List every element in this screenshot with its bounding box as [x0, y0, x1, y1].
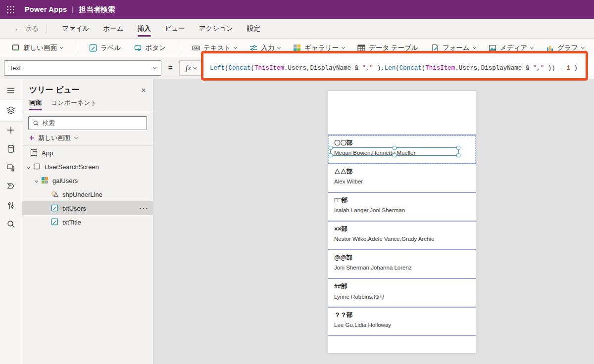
- ribbon-form-menu[interactable]: フォーム: [431, 44, 476, 52]
- members-label: Joni Sherman,Johanna Lorenz: [334, 265, 470, 271]
- formula-token: ThisItem: [425, 65, 455, 72]
- formula-input[interactable]: Left(Concat(ThisItem.Users,DisplayName &…: [203, 57, 594, 79]
- ribbon-label: 新しい画面: [23, 44, 57, 52]
- power-automate-icon[interactable]: [0, 177, 22, 196]
- app-screen-preview[interactable]: 〇〇部 Megan Bowen,Henrietta Mueller △△部 Al…: [328, 91, 476, 353]
- menu-item-home[interactable]: ホーム: [103, 19, 124, 39]
- back-button[interactable]: ← 戻る: [14, 24, 39, 33]
- members-label: Alex Wilber: [334, 179, 470, 184]
- resize-handle[interactable]: [329, 153, 333, 158]
- tab-screens[interactable]: 画面: [29, 98, 42, 110]
- resize-handle[interactable]: [456, 146, 461, 150]
- ribbon-media-menu[interactable]: メディア: [489, 44, 533, 52]
- ribbon-button-control[interactable]: ボタン: [134, 44, 166, 52]
- resize-handle[interactable]: [329, 146, 333, 150]
- tree-item-usersearchscreen[interactable]: UserSearchScreen: [22, 160, 153, 174]
- members-label: Nestor Wilke,Adele Vance,Grady Archie: [334, 236, 470, 242]
- data-table-icon: [357, 44, 365, 52]
- advanced-tools-icon[interactable]: [0, 196, 22, 215]
- gallery-item[interactable]: □□部 Isaiah Langer,Joni Sherman: [328, 192, 476, 221]
- chevron-down-icon: [60, 46, 63, 49]
- data-sources-icon[interactable]: [0, 139, 22, 158]
- resize-handle[interactable]: [456, 153, 461, 158]
- fx-button[interactable]: fx: [179, 60, 202, 76]
- search-icon[interactable]: [0, 215, 22, 233]
- dept-title-label: ##部: [334, 282, 470, 291]
- gallery-item[interactable]: ××部 Nestor Wilke,Adele Vance,Grady Archi…: [328, 221, 476, 249]
- waffle-icon[interactable]: [1, 0, 20, 19]
- txtusers-selection-box[interactable]: [330, 147, 459, 156]
- gallery-item[interactable]: ##部 Lynne Robbins,ゆり: [328, 278, 476, 307]
- close-icon[interactable]: ×: [141, 86, 146, 94]
- menu-divider: [47, 24, 47, 34]
- tree-item-label: txtUsers: [62, 205, 86, 212]
- gallery-item[interactable]: △△部 Alex Wilber: [328, 163, 476, 192]
- tree-item-label: shpUnderLine: [62, 191, 102, 198]
- chevron-down-icon: [153, 65, 156, 69]
- ribbon-label: グラフ: [557, 44, 578, 52]
- menu-item-insert[interactable]: 挿入: [138, 19, 151, 39]
- app-icon: [30, 149, 38, 157]
- gallery-item[interactable]: ？？部 Lee Gu,Lidia Holloway: [328, 307, 476, 335]
- chevron-expanded-icon[interactable]: [35, 179, 38, 182]
- formula-token: ",": [362, 65, 374, 72]
- formula-token: ): [570, 65, 578, 72]
- menu-item-settings[interactable]: 設定: [247, 19, 260, 39]
- chevron-expanded-icon[interactable]: [27, 165, 30, 168]
- screen-header-blank[interactable]: [328, 91, 476, 135]
- hamburger-menu-icon[interactable]: [0, 81, 22, 100]
- dept-title-label: △△部: [334, 168, 470, 176]
- tree-item-label: galUsers: [52, 177, 78, 184]
- menu-item-action[interactable]: アクション: [199, 19, 233, 39]
- tree-view-icon[interactable]: [0, 100, 22, 121]
- ribbon-gallery-menu[interactable]: ギャラリー: [293, 44, 345, 52]
- formula-token: Left: [210, 65, 225, 72]
- formula-token: Concat: [229, 65, 251, 72]
- ribbon-new-screen[interactable]: 新しい画面: [12, 44, 63, 52]
- tab-components[interactable]: コンポーネント: [51, 98, 97, 110]
- menu-item-file[interactable]: ファイル: [62, 19, 89, 39]
- search-icon: [33, 120, 39, 127]
- tree-item-app[interactable]: App: [22, 146, 153, 160]
- tree-item-shpunderline[interactable]: shpUnderLine: [22, 187, 153, 201]
- gallery-item[interactable]: 〇〇部 Megan Bowen,Henrietta Mueller: [328, 135, 476, 163]
- search-input[interactable]: [43, 120, 143, 127]
- members-label: Isaiah Langer,Joni Sherman: [334, 207, 470, 213]
- tree-search-box[interactable]: [28, 116, 147, 130]
- ribbon-label: フォーム: [443, 44, 470, 52]
- label-icon: [89, 44, 97, 52]
- tree-item-galusers[interactable]: galUsers: [22, 174, 153, 187]
- ribbon-data-table[interactable]: データ テーブル: [357, 44, 418, 52]
- dept-title-label: □□部: [334, 196, 470, 205]
- new-screen-button[interactable]: + 新しい画面: [22, 130, 153, 146]
- canvas-area: 〇〇部 Megan Bowen,Henrietta Mueller △△部 Al…: [153, 79, 594, 364]
- chevron-down-icon: [342, 46, 345, 49]
- resize-handle[interactable]: [393, 146, 397, 150]
- chevron-down-icon: [234, 46, 237, 49]
- property-dropdown[interactable]: Text: [4, 60, 161, 76]
- tree-item-label: UserSearchScreen: [45, 163, 99, 171]
- ribbon-chart-menu[interactable]: グラフ: [546, 44, 584, 52]
- ribbon-text-menu[interactable]: Abc テキスト: [192, 44, 237, 52]
- insert-ribbon: 新しい画面 ラベル ボタン Abc テキスト 入力 ギャラリー データ テーブル: [0, 39, 594, 57]
- ribbon-label: テキスト: [203, 44, 231, 52]
- label-icon: [51, 218, 59, 226]
- tree-item-txttitle[interactable]: txtTitle: [22, 215, 153, 229]
- more-options-icon[interactable]: ···: [140, 205, 149, 212]
- formula-token: Len: [385, 65, 396, 72]
- tree-item-txtusers[interactable]: txtUsers ···: [22, 201, 153, 215]
- menu-item-view[interactable]: ビュー: [165, 19, 185, 39]
- media-icon[interactable]: [0, 158, 22, 177]
- left-rail: [0, 79, 22, 364]
- dept-title-label: ××部: [334, 225, 470, 233]
- ribbon-label-control[interactable]: ラベル: [89, 44, 121, 52]
- title-separator: |: [72, 5, 74, 13]
- shape-icon: [51, 190, 59, 198]
- resize-handle[interactable]: [393, 153, 397, 158]
- insert-plus-icon[interactable]: [0, 121, 22, 139]
- ribbon-input-menu[interactable]: 入力: [249, 44, 280, 52]
- gallery-item-empty[interactable]: [328, 335, 476, 353]
- chevron-down-icon: [473, 46, 476, 49]
- gallery-item[interactable]: @@部 Joni Sherman,Johanna Lorenz: [328, 249, 476, 278]
- back-label: 戻る: [25, 24, 39, 33]
